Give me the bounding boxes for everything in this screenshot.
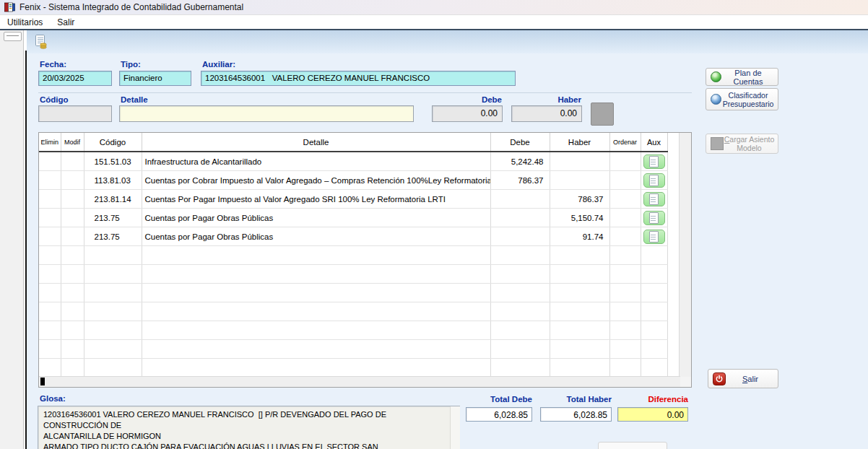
col-elimin: Elimin bbox=[39, 133, 61, 152]
note-icon bbox=[649, 156, 659, 167]
gray-square-icon bbox=[711, 137, 724, 150]
note-icon bbox=[649, 212, 659, 224]
table-row[interactable] bbox=[39, 321, 667, 340]
col-haber: Haber bbox=[550, 133, 609, 152]
blue-sphere-icon bbox=[711, 94, 721, 105]
fecha-label: Fecha: bbox=[40, 60, 66, 69]
grid-vertical-scrollbar[interactable] bbox=[679, 133, 691, 377]
diferencia-field: 0.00 bbox=[617, 407, 688, 422]
diferencia-label: Diferencia bbox=[617, 395, 688, 404]
aux-button[interactable] bbox=[643, 211, 665, 225]
glosa-label: Glosa: bbox=[40, 394, 66, 403]
table-row[interactable] bbox=[39, 265, 667, 284]
table-row[interactable]: 113.81.03Cuentas por Cobrar Impuesto al … bbox=[39, 171, 667, 190]
menu-utilitarios[interactable]: Utilitarios bbox=[0, 16, 50, 29]
total-debe-field: 6,028.85 bbox=[466, 407, 532, 422]
table-row[interactable]: 213.81.14Cuentas Por Pagar Impuesto al V… bbox=[39, 190, 667, 209]
debe-label: Debe bbox=[432, 95, 502, 104]
green-sphere-icon bbox=[711, 71, 721, 82]
auxiliar-label: Auxiliar: bbox=[202, 60, 235, 69]
separator bbox=[38, 92, 692, 93]
aux-button[interactable] bbox=[643, 154, 665, 169]
salir-button[interactable]: Salir bbox=[708, 369, 778, 388]
col-codigo: Código bbox=[84, 133, 142, 152]
codigo-label: Código bbox=[40, 95, 69, 104]
menu-bar: Utilitarios Salir bbox=[0, 15, 868, 30]
toolbar bbox=[27, 30, 868, 53]
grid-rows-area: Elimin Modif Código Detalle Debe Haber O… bbox=[39, 133, 680, 377]
aux-button[interactable] bbox=[643, 192, 665, 206]
detalle-input[interactable] bbox=[119, 105, 414, 122]
table-row[interactable] bbox=[39, 246, 667, 265]
table-row[interactable]: 151.51.03Infraestructura de Alcantarilla… bbox=[39, 152, 667, 171]
clasificador-presupuestario-button[interactable]: Clasificador Presupuestario bbox=[706, 88, 778, 110]
entries-grid: Elimin Modif Código Detalle Debe Haber O… bbox=[38, 132, 692, 388]
aux-button[interactable] bbox=[643, 230, 665, 244]
new-entry-icon[interactable] bbox=[33, 34, 49, 50]
table-row[interactable] bbox=[39, 284, 667, 302]
debe-input[interactable]: 0.00 bbox=[432, 105, 503, 122]
haber-label: Haber bbox=[511, 95, 581, 104]
left-collapsed-panel[interactable] bbox=[0, 30, 24, 449]
app-icon bbox=[4, 2, 15, 12]
glosa-scrollbar[interactable] bbox=[450, 406, 460, 449]
table-row[interactable] bbox=[39, 359, 667, 378]
haber-input[interactable]: 0.00 bbox=[511, 105, 582, 122]
note-icon bbox=[649, 175, 659, 186]
col-ordenar: Ordenar bbox=[609, 133, 641, 152]
menu-salir[interactable]: Salir bbox=[50, 16, 82, 29]
tipo-field[interactable]: Financiero bbox=[119, 71, 191, 86]
cargar-asiento-modelo-button: Cargar Asiento Modelo bbox=[706, 134, 778, 154]
note-icon bbox=[649, 231, 659, 243]
total-haber-label: Total Haber bbox=[540, 395, 612, 404]
col-aux: Aux bbox=[641, 133, 667, 152]
detalle-label: Detalle bbox=[121, 95, 148, 104]
grid-body: 151.51.03Infraestructura de Alcantarilla… bbox=[39, 152, 667, 377]
window-title: Fenix - Sistema Integrado de Contabilida… bbox=[19, 2, 243, 12]
main-panel: Fecha: 20/03/2025 Tipo: Financiero Auxil… bbox=[27, 53, 868, 449]
table-row[interactable] bbox=[39, 302, 667, 321]
title-bar: Fenix - Sistema Integrado de Contabilida… bbox=[0, 0, 868, 15]
plan-de-cuentas-button[interactable]: Plan de Cuentas bbox=[706, 68, 778, 86]
power-icon bbox=[713, 372, 726, 385]
clasificador-label: Clasificador Presupuestario bbox=[721, 91, 775, 108]
col-modif: Modif bbox=[61, 133, 84, 152]
total-debe-label: Total Debe bbox=[466, 395, 532, 404]
grid-header-row: Elimin Modif Código Detalle Debe Haber O… bbox=[39, 133, 667, 152]
table-row[interactable]: 213.75Cuentas por Pagar Obras Públicas5,… bbox=[39, 209, 667, 227]
grid-horizontal-scrollbar[interactable] bbox=[39, 376, 680, 387]
fecha-field[interactable]: 20/03/2025 bbox=[38, 71, 112, 86]
note-icon bbox=[649, 193, 659, 205]
auxiliar-field[interactable]: 1203164536001 VALERO CEREZO MANUEL FRANC… bbox=[201, 71, 516, 86]
table-row[interactable] bbox=[39, 340, 667, 359]
table-row[interactable]: 213.75Cuentas por Pagar Obras Públicas91… bbox=[39, 227, 667, 246]
col-debe: Debe bbox=[490, 133, 550, 152]
salir-label: Salir bbox=[726, 375, 775, 383]
plan-de-cuentas-label: Plan de Cuentas bbox=[721, 69, 775, 86]
scrollbar-thumb[interactable] bbox=[40, 378, 45, 385]
clipped-bottom-button[interactable] bbox=[598, 442, 667, 449]
glosa-textarea[interactable]: 1203164536001 VALERO CEREZO MANUEL FRANC… bbox=[38, 406, 460, 449]
cargar-asiento-label: Cargar Asiento Modelo bbox=[724, 135, 775, 152]
total-haber-field: 6,028.85 bbox=[540, 407, 612, 422]
scrollbar-corner bbox=[680, 377, 691, 387]
aux-button[interactable] bbox=[643, 173, 665, 188]
codigo-input[interactable] bbox=[38, 105, 112, 122]
col-detalle: Detalle bbox=[142, 133, 490, 152]
panel-tab-handle[interactable] bbox=[4, 32, 22, 41]
entry-action-button[interactable] bbox=[591, 103, 614, 126]
tipo-label: Tipo: bbox=[121, 60, 141, 69]
